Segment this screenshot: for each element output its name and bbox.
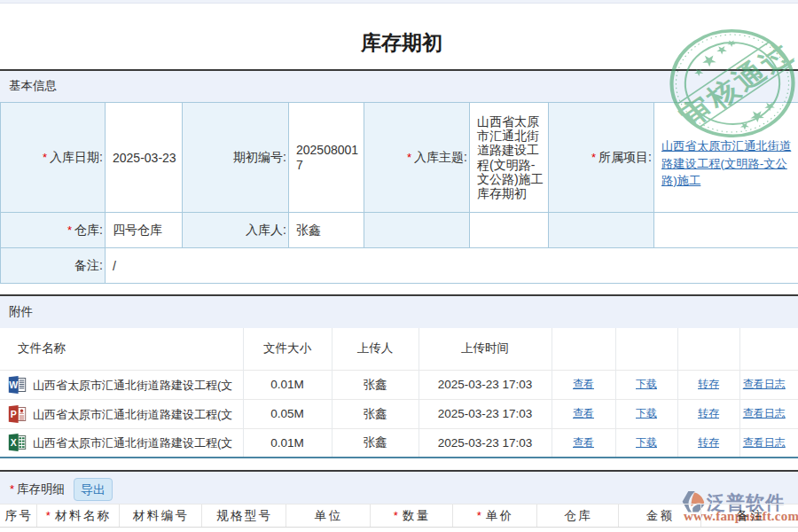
- svg-text:X: X: [11, 437, 17, 448]
- svg-text:P: P: [11, 409, 17, 419]
- svg-text:W: W: [9, 379, 18, 390]
